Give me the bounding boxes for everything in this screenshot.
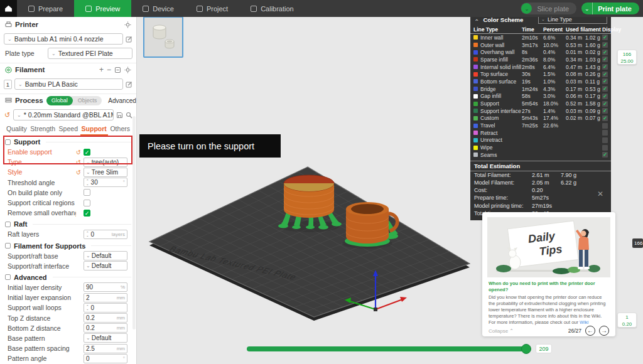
reset-icon[interactable]: ↺ — [76, 169, 84, 176]
display-checkbox[interactable] — [602, 123, 608, 129]
setting-row-initial-layer-density: Initial layer density90% — [0, 282, 136, 292]
process-preset-select[interactable]: ⌄* 0.20mm Standard @BBL A1M — [13, 109, 114, 120]
gear-icon[interactable] — [124, 21, 131, 28]
display-checkbox[interactable]: ✓ — [602, 64, 608, 70]
bambu-studio-window: Bambu Lab Textured PEI Plate — [0, 0, 643, 364]
threshold-angle-spinner[interactable]: ⌃⌄30° — [84, 178, 127, 187]
support-wall-loops-spinner[interactable]: ⌃⌄0 — [84, 303, 127, 313]
remove-small-overhangs-checkbox[interactable]: ✓ — [84, 210, 90, 217]
reset-preset-icon[interactable]: ↺ — [4, 111, 11, 119]
move-slider-track[interactable] — [247, 346, 531, 351]
filament-title: Filament — [15, 66, 45, 73]
support-raft-interface-select[interactable]: ⌄Default — [84, 261, 127, 270]
print-plate-label: Print plate — [593, 5, 639, 13]
linetype-row-gap-infill: Gap infill58s3.0%0.06 m0.17 g✓ — [470, 93, 611, 100]
style-select[interactable]: ⌄Tree Slim — [84, 168, 127, 177]
linetype-row-outer-wall: Outer wall3m17s10.0%0.53 m1.60 g✓ — [470, 41, 611, 49]
tab-preview[interactable]: Preview — [74, 0, 131, 17]
tips-collapse-button[interactable]: Collapse ⌃ — [489, 328, 514, 334]
search-icon[interactable] — [126, 112, 132, 119]
tips-next-button[interactable]: → — [599, 326, 609, 336]
tab-device[interactable]: Device — [131, 0, 185, 17]
estimation-row-model-filament: Model Filament:2.05 m6.22 g — [470, 179, 611, 186]
sync-filament-icon[interactable] — [114, 67, 121, 73]
display-checkbox[interactable] — [602, 137, 608, 143]
tips-prev-button[interactable]: ← — [585, 326, 595, 336]
raft-layers-spinner[interactable]: ⌃⌄0layers — [84, 230, 127, 239]
support-raft-base-select[interactable]: ⌄Default — [84, 251, 127, 260]
gear-icon[interactable] — [124, 67, 131, 73]
setting-row-raft-layers: Raft layers⌃⌄0layers — [0, 229, 136, 239]
setting-row-top-z-distance: Top Z distance0.2mm — [0, 313, 136, 323]
bottom-z-distance-input[interactable]: 0.2mm — [84, 323, 127, 333]
sidebar-scrollbar[interactable] — [132, 116, 136, 329]
print-dropdown-icon[interactable]: ⌄ — [581, 3, 593, 14]
model-large[interactable] — [284, 175, 334, 218]
scope-global[interactable]: Global — [46, 96, 73, 105]
daily-tips-card: Daily Tips — [482, 212, 615, 336]
scope-toggle[interactable]: Global Objects — [46, 96, 102, 105]
printer-preset-select[interactable]: ⌄Bambu Lab A1 mini 0.4 nozzle — [4, 33, 123, 45]
section-header-raft: Raft — [0, 219, 136, 229]
tab-project[interactable]: Project — [185, 0, 239, 17]
enable-support-checkbox[interactable]: ✓ — [84, 149, 90, 156]
layer-slider-handle[interactable]: 166 — [632, 238, 643, 248]
scope-objects[interactable]: Objects — [73, 96, 102, 105]
total-estimation-body: Total Filament:2.61 m7.90 gModel Filamen… — [470, 171, 611, 217]
plate-type-select[interactable]: ⌄Textured PEI Plate — [48, 48, 132, 59]
display-checkbox[interactable]: ✓ — [602, 115, 608, 121]
tab-prepare[interactable]: Prepare — [17, 0, 74, 17]
process-tab-quality[interactable]: Quality — [5, 125, 28, 136]
pattern-angle-input[interactable]: 0° — [84, 354, 127, 363]
linetype-row-sparse-infill: Sparse infill2m36s8.0%0.34 m1.03 g✓ — [470, 56, 611, 63]
home-button[interactable] — [0, 0, 17, 17]
initial-layer-density-input[interactable]: 90% — [84, 282, 127, 292]
slice-plate-button[interactable]: ⌄ Slice plate — [521, 3, 576, 14]
setting-row-enable-support: Enable support↺✓ — [0, 147, 136, 157]
reset-icon[interactable]: ↺ — [76, 149, 84, 156]
remove-filament-button[interactable]: − — [107, 67, 111, 73]
tips-footer: Collapse ⌃ 26/27 ← → — [489, 326, 609, 336]
display-checkbox[interactable]: ✓ — [602, 42, 608, 48]
tab-calibration[interactable]: Calibration — [239, 0, 305, 17]
nav-tabs: PreparePreviewDeviceProjectCalibration — [17, 0, 305, 17]
display-checkbox[interactable]: ✓ — [602, 72, 608, 77]
close-icon[interactable]: ✕ — [597, 190, 603, 198]
process-tab-others[interactable]: Others — [109, 125, 131, 136]
setting-row-support-raft-interface: Support/raft interface⌄Default — [0, 261, 136, 271]
display-checkbox[interactable]: ✓ — [602, 35, 608, 40]
display-checkbox[interactable] — [602, 130, 608, 136]
display-checkbox[interactable]: ✓ — [602, 56, 608, 62]
reset-icon[interactable]: ↺ — [76, 159, 84, 166]
process-tab-support[interactable]: Support — [80, 125, 108, 136]
display-checkbox[interactable]: ✓ — [602, 94, 608, 99]
process-tab-strength[interactable]: Strength — [29, 125, 57, 136]
base-pattern-spacing-input[interactable]: 2.5mm — [84, 344, 127, 353]
display-checkbox[interactable]: ✓ — [602, 152, 608, 158]
save-preset-icon[interactable] — [116, 112, 123, 119]
display-checkbox[interactable]: ✓ — [602, 86, 608, 92]
display-checkbox[interactable]: ✓ — [602, 50, 608, 55]
add-filament-button[interactable]: + — [99, 67, 104, 73]
linetype-row-wipe: Wipe — [470, 144, 611, 151]
top-z-distance-input[interactable]: 0.2mm — [84, 313, 127, 323]
display-checkbox[interactable] — [602, 145, 608, 151]
plate-thumbnail[interactable] — [143, 16, 183, 58]
edit-icon[interactable] — [126, 81, 132, 88]
initial-layer-expansion-input[interactable]: 2mm — [84, 293, 127, 302]
on-build-plate-only-checkbox[interactable] — [84, 189, 90, 196]
type-select[interactable]: ⌄tree(auto) — [84, 158, 127, 167]
print-plate-button[interactable]: ⌄ Print plate — [581, 3, 639, 14]
display-checkbox[interactable]: ✓ — [602, 108, 608, 114]
base-pattern-select[interactable]: ⌄Default — [84, 333, 127, 343]
edit-icon[interactable] — [126, 36, 132, 43]
filament-preset-select[interactable]: ⌄Bambu PLA Basic — [14, 78, 123, 90]
display-checkbox[interactable]: ✓ — [602, 101, 608, 107]
support-critical-regions-only-checkbox[interactable] — [84, 200, 90, 206]
wiki-link[interactable]: Wiki — [580, 319, 588, 325]
process-tab-speed[interactable]: Speed — [58, 125, 79, 136]
slice-dropdown-icon[interactable]: ⌄ — [521, 3, 532, 14]
tips-body: Did you know that opening the printer do… — [489, 294, 609, 326]
display-checkbox[interactable]: ✓ — [602, 78, 608, 84]
move-slider-handle[interactable] — [521, 344, 531, 354]
